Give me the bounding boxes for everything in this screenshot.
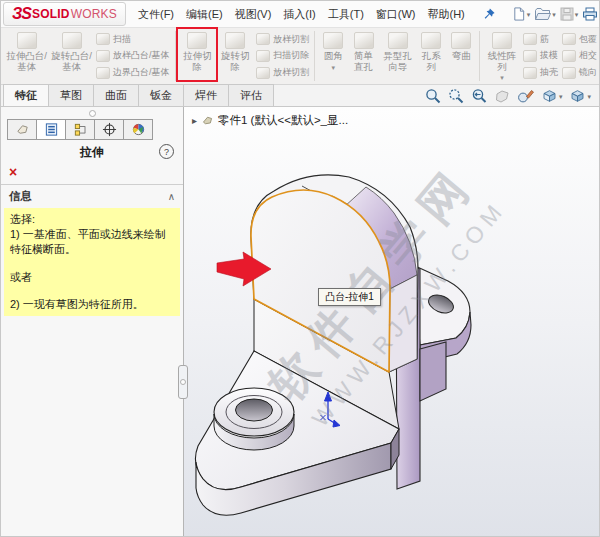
menu-view[interactable]: 视图(V) — [229, 3, 278, 26]
swept-boss-button[interactable]: 扫描 — [96, 33, 170, 46]
message-line: 2) 一现有草图为特征所用。 — [10, 297, 174, 312]
graphics-viewport[interactable]: ▸ 零件1 (默认<<默认>_显... — [184, 107, 599, 537]
save-disk-icon — [560, 7, 574, 21]
property-manager-icon — [44, 122, 59, 137]
message-header[interactable]: 信息 ∧ — [1, 187, 183, 207]
previous-view-icon — [471, 88, 487, 104]
tab-features[interactable]: 特征 — [3, 84, 49, 106]
extruded-cut-button[interactable]: 拉伸切除 — [178, 29, 216, 83]
flex-button[interactable]: 弯曲 — [446, 29, 476, 83]
previous-view-button[interactable] — [471, 88, 487, 104]
display-style-button[interactable]: ▾ — [569, 88, 591, 104]
tab-surfaces[interactable]: 曲面 — [93, 84, 139, 106]
menu-window[interactable]: 窗口(W) — [370, 3, 422, 26]
hole-series-button[interactable]: 孔系列 — [416, 29, 446, 83]
rib-button[interactable]: 筋 — [523, 33, 558, 46]
view-orientation-button[interactable]: ▾ — [541, 88, 563, 104]
boundary-cut-button[interactable]: 放样切割 — [256, 66, 309, 79]
chevron-down-icon: ▾ — [587, 93, 591, 100]
cancel-row: × — [1, 164, 183, 180]
simple-hole-button[interactable]: 简单直孔 — [348, 29, 379, 83]
display-style-icon — [569, 88, 586, 104]
zoom-fit-icon — [425, 88, 441, 104]
ds-logo-mark: ЗS — [12, 5, 31, 23]
panel-resize-grip[interactable] — [1, 107, 183, 119]
tab-display-manager[interactable] — [123, 119, 153, 140]
view-orientation-icon — [541, 88, 558, 104]
help-icon[interactable]: ? — [159, 144, 174, 159]
zoom-to-area-button[interactable] — [448, 88, 464, 104]
tab-evaluate[interactable]: 评估 — [228, 84, 274, 106]
menu-bar: 文件(F) 编辑(E) 视图(V) 插入(I) 工具(T) 窗口(W) 帮助(H… — [132, 3, 471, 26]
simple-hole-icon — [354, 32, 374, 49]
zoom-to-fit-button[interactable] — [425, 88, 441, 104]
lofted-cut-button[interactable]: 放样切割 — [256, 33, 309, 46]
swept-cut-icon — [256, 50, 270, 62]
chevron-down-icon[interactable]: ▾ — [500, 73, 504, 84]
part-icon — [201, 114, 214, 127]
chevron-down-icon[interactable]: ▾ — [331, 63, 335, 74]
cancel-icon[interactable]: × — [9, 165, 17, 179]
tab-feature-tree[interactable] — [7, 119, 37, 140]
property-title-row: 拉伸 ? — [1, 140, 183, 164]
boss-small-column: 扫描 放样凸台/基体 边界凸台/基体 — [94, 29, 172, 83]
cylinder-boss[interactable] — [214, 388, 294, 450]
fillet-button[interactable]: 圆角 ▾ — [318, 29, 348, 83]
print-button[interactable]: ▾ — [580, 6, 600, 22]
dimxpert-icon — [102, 122, 117, 137]
new-document-button[interactable]: ▾ — [510, 5, 533, 23]
extruded-boss-button[interactable]: 拉伸凸台/基体 — [4, 29, 49, 83]
boundary-boss-button[interactable]: 边界凸台/基体 — [96, 66, 170, 79]
menu-insert[interactable]: 插入(I) — [277, 3, 321, 26]
part-name-label: 零件1 (默认<<默认>_显... — [218, 113, 348, 128]
intersect-button[interactable]: 相交 — [562, 49, 597, 62]
message-line: 或者 — [10, 270, 174, 285]
column-lower-face[interactable] — [420, 342, 446, 401]
mirror-button[interactable]: 镜向 — [562, 66, 597, 79]
hole-wizard-button[interactable]: 异型孔向导 — [379, 29, 416, 83]
tab-sheet-metal[interactable]: 钣金 — [138, 84, 184, 106]
lofted-boss-button[interactable]: 放样凸台/基体 — [96, 49, 170, 62]
menu-tools[interactable]: 工具(T) — [322, 3, 370, 26]
pin-menu-icon[interactable] — [481, 7, 496, 22]
property-manager-panel: 拉伸 ? × 信息 ∧ 选择: 1) 一基准面、平面或边线来绘制特征横断面。 或… — [1, 107, 184, 537]
cut-small-column: 放样切割 扫描切除 放样切割 — [254, 29, 311, 83]
tab-property-manager[interactable] — [36, 119, 66, 140]
chevron-up-icon[interactable]: ∧ — [168, 191, 175, 202]
flyout-feature-tree[interactable]: ▸ 零件1 (默认<<默认>_显... — [192, 113, 348, 128]
tab-configuration-manager[interactable] — [65, 119, 95, 140]
feature-tooltip: 凸台-拉伸1 — [318, 288, 381, 306]
title-bar: ЗS SOLIDWORKS 文件(F) 编辑(E) 视图(V) 插入(I) 工具… — [1, 1, 599, 28]
printer-icon — [582, 7, 598, 21]
draft-icon — [523, 50, 537, 62]
swept-cut-button[interactable]: 扫描切除 — [256, 49, 309, 62]
revolved-cut-button[interactable]: 旋转切除 — [216, 29, 254, 83]
menu-help[interactable]: 帮助(H) — [422, 3, 471, 26]
linear-pattern-button[interactable]: 线性阵列 ▾ — [483, 29, 521, 83]
model-3d-view[interactable] — [184, 107, 599, 537]
part-icon — [15, 122, 30, 137]
menu-edit[interactable]: 编辑(E) — [180, 3, 229, 26]
lofted-cut-icon — [256, 33, 270, 45]
section-view-button[interactable] — [494, 88, 510, 104]
panel-splitter-handle[interactable] — [178, 365, 188, 399]
draft-button[interactable]: 拔模 — [523, 49, 558, 62]
save-button[interactable]: ▾ — [558, 6, 581, 22]
edit-appearance-button[interactable] — [517, 88, 534, 104]
ribbon-separator — [175, 31, 176, 81]
pattern-group: 线性阵列 ▾ 筋 拔模 抽壳 包覆 相交 镜向 — [483, 29, 599, 83]
tab-dimxpert[interactable] — [94, 119, 124, 140]
grip-dot — [89, 110, 96, 117]
tab-sketch[interactable]: 草图 — [48, 84, 94, 106]
panel-tab-strip — [7, 119, 179, 140]
open-document-button[interactable]: ▾ — [532, 6, 558, 22]
revolved-cut-icon — [225, 32, 245, 49]
menu-file[interactable]: 文件(F) — [132, 3, 180, 26]
wrap-button[interactable]: 包覆 — [562, 33, 597, 46]
revolved-boss-button[interactable]: 旋转凸台/基体 — [49, 29, 94, 83]
message-box: 选择: 1) 一基准面、平面或边线来绘制特征横断面。 或者 2) 一现有草图为特… — [4, 208, 180, 316]
shell-button[interactable]: 抽壳 — [523, 66, 558, 79]
expand-arrow-icon[interactable]: ▸ — [192, 115, 197, 126]
lofted-boss-icon — [96, 50, 110, 62]
tab-weldments[interactable]: 焊件 — [183, 84, 229, 106]
